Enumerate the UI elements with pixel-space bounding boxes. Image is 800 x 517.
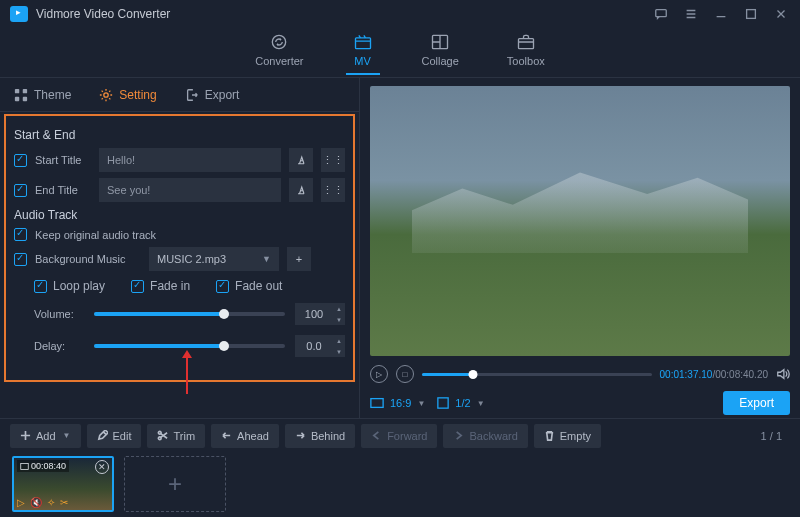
grid-button-start[interactable]: ⋮⋮ (321, 148, 345, 172)
chevron-down-icon: ▼ (417, 399, 425, 408)
behind-button[interactable]: Behind (285, 424, 355, 448)
label-end-title: End Title (35, 184, 91, 196)
empty-button[interactable]: Empty (534, 424, 601, 448)
label-volume: Volume: (34, 308, 84, 320)
checkbox-bg-music[interactable] (14, 253, 27, 266)
top-nav: Converter MV Collage Toolbox (0, 28, 800, 78)
add-button[interactable]: Add▼ (10, 424, 81, 448)
ahead-button[interactable]: Ahead (211, 424, 279, 448)
clip-duration: 00:08:40 (17, 460, 69, 472)
page-indicator: 1 / 1 (761, 430, 790, 442)
section-audio: Audio Track (14, 208, 345, 222)
checkbox-fade-in[interactable] (131, 280, 144, 293)
chevron-down-icon: ▼ (63, 431, 71, 440)
nav-mv[interactable]: MV (352, 32, 374, 73)
svg-rect-1 (747, 10, 756, 19)
timeline: 00:08:40 ✕ ▷ 🔇 ✧ ✂ + (0, 452, 800, 516)
svg-rect-7 (23, 88, 27, 92)
feedback-icon[interactable] (652, 5, 670, 23)
checkbox-keep-original[interactable] (14, 228, 27, 241)
menu-icon[interactable] (682, 5, 700, 23)
svg-rect-12 (438, 398, 448, 408)
clip-trim-icon[interactable]: ✂ (60, 497, 68, 508)
font-button-end[interactable] (289, 178, 313, 202)
checkbox-start-title[interactable] (14, 154, 27, 167)
grid-button-end[interactable]: ⋮⋮ (321, 178, 345, 202)
label-start-title: Start Title (35, 154, 91, 166)
svg-rect-11 (371, 399, 383, 408)
svg-rect-9 (23, 96, 27, 100)
slider-volume[interactable] (94, 312, 285, 316)
volume-icon[interactable] (776, 367, 790, 381)
forward-button[interactable]: Forward (361, 424, 437, 448)
select-bg-music[interactable]: MUSIC 2.mp3▼ (149, 247, 279, 271)
delay-spinner[interactable]: 0.0▲▼ (295, 335, 345, 357)
stop-button[interactable]: □ (396, 365, 414, 383)
checkbox-fade-out[interactable] (216, 280, 229, 293)
backward-button[interactable]: Backward (443, 424, 527, 448)
export-button[interactable]: Export (723, 391, 790, 415)
timecode: 00:01:37.10/00:08:40.20 (660, 369, 768, 380)
clip-mute-icon[interactable]: 🔇 (30, 497, 42, 508)
clip-edit-icon[interactable]: ✧ (47, 497, 55, 508)
tab-export[interactable]: Export (171, 78, 254, 111)
timeline-clip[interactable]: 00:08:40 ✕ ▷ 🔇 ✧ ✂ (12, 456, 114, 512)
clip-play-icon[interactable]: ▷ (17, 497, 25, 508)
trim-button[interactable]: Trim (147, 424, 205, 448)
svg-point-2 (273, 35, 286, 48)
svg-rect-15 (21, 463, 29, 469)
label-delay: Delay: (34, 340, 84, 352)
minimize-icon[interactable] (712, 5, 730, 23)
label-keep-original: Keep original audio track (35, 229, 156, 241)
left-panel: Theme Setting Export Start & End Start T… (0, 78, 360, 418)
annotation-arrow-icon (186, 356, 188, 394)
font-button-start[interactable] (289, 148, 313, 172)
clip-tools: ▷ 🔇 ✧ ✂ (17, 497, 68, 508)
scale-dropdown[interactable]: 1/2▼ (437, 397, 484, 409)
nav-toolbox[interactable]: Toolbox (507, 32, 545, 73)
volume-spinner[interactable]: 100▲▼ (295, 303, 345, 325)
settings-highlighted-area: Start & End Start Title ⋮⋮ End Title ⋮⋮ … (4, 114, 355, 382)
chevron-down-icon: ▼ (262, 254, 271, 264)
svg-rect-5 (518, 39, 533, 49)
action-bar: Add▼ Edit Trim Ahead Behind Forward Back… (0, 418, 800, 452)
close-icon[interactable] (772, 5, 790, 23)
svg-rect-3 (355, 38, 370, 49)
chevron-down-icon: ▼ (477, 399, 485, 408)
section-start-end: Start & End (14, 128, 345, 142)
tab-setting[interactable]: Setting (85, 78, 170, 111)
aspect-dropdown[interactable]: 16:9▼ (370, 397, 425, 409)
slider-delay[interactable] (94, 344, 285, 348)
preview-panel: ▷ □ 00:01:37.10/00:08:40.20 16:9▼ 1/2▼ E… (360, 78, 800, 418)
add-music-button[interactable]: + (287, 247, 311, 271)
tab-theme[interactable]: Theme (0, 78, 85, 111)
title-bar: Vidmore Video Converter (0, 0, 800, 28)
edit-button[interactable]: Edit (87, 424, 142, 448)
add-clip-button[interactable]: + (124, 456, 226, 512)
maximize-icon[interactable] (742, 5, 760, 23)
checkbox-loop[interactable] (34, 280, 47, 293)
input-start-title[interactable] (99, 148, 281, 172)
nav-collage[interactable]: Collage (422, 32, 459, 73)
nav-converter[interactable]: Converter (255, 32, 303, 73)
clip-remove-icon[interactable]: ✕ (95, 460, 109, 474)
play-button[interactable]: ▷ (370, 365, 388, 383)
app-logo-icon (10, 6, 28, 22)
progress-bar[interactable] (422, 373, 652, 376)
app-title: Vidmore Video Converter (36, 7, 170, 21)
label-bg-music: Background Music (35, 253, 141, 265)
svg-rect-8 (15, 96, 19, 100)
checkbox-end-title[interactable] (14, 184, 27, 197)
svg-point-10 (104, 92, 108, 96)
svg-rect-0 (656, 10, 667, 17)
input-end-title[interactable] (99, 178, 281, 202)
video-preview[interactable] (370, 86, 790, 356)
svg-rect-6 (15, 88, 19, 92)
